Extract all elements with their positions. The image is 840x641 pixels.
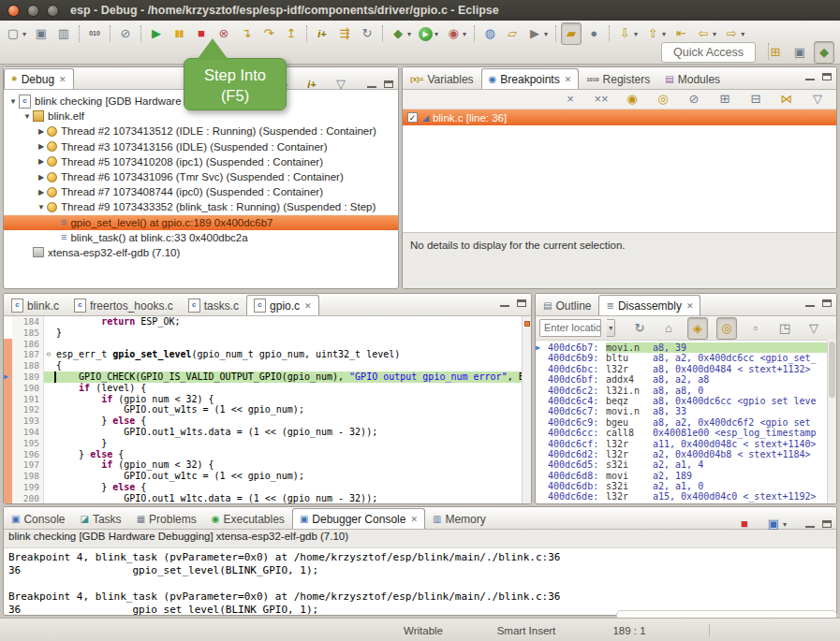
open-resource-button[interactable]: ▱: [502, 22, 523, 45]
line-number[interactable]: 190: [12, 383, 44, 394]
line-number[interactable]: 184: [12, 316, 44, 328]
tab-breakpoints[interactable]: ◉Breakpoints✕: [481, 68, 580, 89]
tab-freertos-hooks-c[interactable]: cfreertos_hooks.c: [66, 295, 181, 315]
editor-line[interactable]: 187⊖esp_err_t gpio_set_level(gpio_num_t …: [4, 349, 531, 360]
window-minimize-button[interactable]: [27, 5, 39, 17]
collapse-all-button[interactable]: ⊟: [745, 88, 766, 110]
code-text[interactable]: if (gpio_num < 32) {: [53, 394, 531, 405]
skip-all-breakpoints-button[interactable]: ⊘: [115, 22, 136, 45]
breakpoint-item[interactable]: ✓ ◢ blink.c [line: 36]: [403, 109, 836, 125]
resume-button[interactable]: ▶: [146, 22, 167, 45]
close-tab-icon[interactable]: ✕: [304, 301, 312, 311]
editor-line[interactable]: 199 } else {: [4, 482, 531, 493]
debug-tree-item[interactable]: ▶Thread #3 1073413156 (IDLE) (Suspended …: [4, 139, 398, 154]
debug-tree-item[interactable]: ≡blink_task() at blink.c:33 0x400dbc2a: [4, 230, 398, 245]
overview-ruler[interactable]: [522, 316, 531, 504]
code-text[interactable]: }: [53, 328, 531, 339]
tab-registers[interactable]: 1010Registers: [579, 68, 657, 89]
disassembly-line[interactable]: 400dc6c9:bgeua8, a2, 0x400dc6f2 <gpio_se…: [536, 417, 836, 428]
disassembly-line[interactable]: 400dc6bf:addx4a8, a2, a8: [536, 374, 836, 385]
show-annotations-button[interactable]: ●: [583, 22, 604, 45]
run-menu-button[interactable]: ▶▾: [416, 22, 441, 45]
track-expression-toggle[interactable]: ◈: [687, 317, 708, 340]
editor-line[interactable]: 191 if (gpio_num < 32) {: [4, 394, 531, 405]
pin-view-button[interactable]: ◳: [774, 317, 795, 340]
new-wizard-button[interactable]: ▢▾: [3, 22, 29, 45]
disassembly-line[interactable]: 400dc6d2:l32ra2, 0x400d04b8 <_stext+1184…: [536, 449, 836, 459]
disassembly-line[interactable]: 400dc6c2:l32i.na8, a8, 0: [536, 386, 836, 396]
save-all-button[interactable]: ▥: [53, 22, 74, 45]
go-to-file-button[interactable]: ◎: [653, 88, 673, 110]
editor-line[interactable]: 196 } else {: [4, 449, 531, 460]
debug-perspective-button[interactable]: ◆: [814, 41, 834, 64]
tab-debugger-console[interactable]: ▣Debugger Console✕: [292, 508, 425, 529]
editor-line[interactable]: 200 GPIO.out1_w1tc.data = (1 << (gpio_nu…: [4, 493, 531, 504]
view-menu-button[interactable]: ▽: [807, 88, 828, 110]
close-tab-icon[interactable]: ✕: [59, 75, 66, 84]
line-number[interactable]: 200: [12, 493, 44, 504]
annotation-ruler-cell[interactable]: [4, 482, 12, 493]
close-tab-icon[interactable]: ✕: [565, 75, 572, 84]
tab-variables[interactable]: (x)=Variables: [403, 68, 481, 89]
step-over-button[interactable]: ↷: [258, 22, 279, 45]
tab-modules[interactable]: ▤Modules: [657, 68, 728, 89]
maximize-view-button[interactable]: [822, 73, 832, 80]
debug-tree-item[interactable]: xtensa-esp32-elf-gdb (7.10): [4, 245, 398, 260]
debug-menu-button[interactable]: ◆▾: [388, 22, 414, 45]
next-annotation-button[interactable]: ⇩▾: [614, 22, 641, 45]
tab-problems[interactable]: ▦Problems: [129, 508, 204, 529]
annotation-ruler-cell[interactable]: [4, 471, 12, 482]
tree-expander-icon[interactable]: ▼: [7, 97, 19, 106]
line-number[interactable]: 186: [12, 339, 44, 350]
editor-line[interactable]: 185}: [4, 328, 531, 339]
code-text[interactable]: GPIO.out_w1ts = (1 << gpio_num);: [53, 404, 531, 415]
annotation-ruler-cell[interactable]: [4, 339, 12, 350]
annotation-ruler-cell[interactable]: [4, 493, 12, 504]
display-selected-console-button[interactable]: ▣▾: [763, 513, 789, 535]
view-menu-button[interactable]: ▽: [803, 317, 824, 340]
annotation-ruler-cell[interactable]: ▶: [4, 371, 12, 383]
annotation-ruler-cell[interactable]: [4, 404, 12, 415]
scrollbar-thumb[interactable]: [829, 342, 835, 398]
line-number[interactable]: 194: [12, 427, 44, 438]
code-text[interactable]: } else {: [53, 482, 531, 493]
minimize-view-button[interactable]: [500, 305, 509, 307]
cpp-perspective-button[interactable]: ▣: [789, 41, 810, 64]
code-text[interactable]: } else {: [53, 415, 531, 427]
line-number[interactable]: 199: [12, 482, 44, 493]
link-with-debug-toggle[interactable]: ⋈: [776, 88, 797, 110]
tree-expander-icon[interactable]: ▼: [36, 203, 47, 211]
tab-blink-c[interactable]: cblink.c: [4, 295, 66, 315]
debug-tree-item[interactable]: ▶Thread #5 1073410208 (ipc1) (Suspended …: [4, 154, 398, 169]
code-text[interactable]: esp_err_t gpio_set_level(gpio_num_t gpio…: [53, 349, 531, 360]
line-number[interactable]: 195: [12, 438, 44, 449]
open-perspective-button[interactable]: ⊞: [765, 41, 786, 64]
mark-occurrences-toggle[interactable]: ▰: [561, 22, 582, 45]
maximize-view-button[interactable]: [384, 80, 393, 88]
code-text[interactable]: GPIO.out1_w1tc.data = (1 << (gpio_num - …: [53, 493, 531, 504]
annotation-ruler-cell[interactable]: [4, 360, 12, 371]
disassembly-listing[interactable]: ▶400dc6b7:movi.na8, 39400dc6b9:bltua8, a…: [536, 341, 836, 504]
sync-selection-toggle[interactable]: ◎: [716, 317, 737, 340]
open-new-view-button[interactable]: ▫: [745, 317, 766, 340]
line-number[interactable]: 191: [12, 394, 44, 405]
disassembly-line[interactable]: 400dc6c7:movi.na8, 33: [536, 406, 836, 416]
reset-target-button[interactable]: ↻: [357, 22, 377, 45]
code-text[interactable]: {: [53, 360, 531, 371]
disassembly-scrollbar[interactable]: [827, 340, 836, 503]
line-number[interactable]: 192: [12, 404, 44, 415]
code-text[interactable]: [53, 339, 531, 350]
close-tab-icon[interactable]: ✕: [410, 515, 418, 524]
remove-breakpoint-button[interactable]: ×: [560, 88, 581, 110]
external-tools-button[interactable]: ▶▾: [524, 22, 551, 45]
maximize-view-button[interactable]: [822, 299, 832, 307]
remove-all-breakpoints-button[interactable]: ××: [591, 88, 612, 110]
line-number[interactable]: 196: [12, 449, 44, 460]
step-return-button[interactable]: ↥: [281, 22, 302, 45]
quick-access-button[interactable]: Quick Access: [661, 42, 756, 63]
code-text[interactable]: return ESP_OK;: [53, 316, 531, 328]
save-button[interactable]: ▣: [31, 22, 52, 45]
titlebar[interactable]: esp - Debug - /home/krzysztof/esp/esp-id…: [0, 0, 840, 21]
editor-line[interactable]: 190 if (level) {: [4, 383, 531, 394]
disassembly-line[interactable]: mov.na14, a11: [536, 503, 836, 504]
